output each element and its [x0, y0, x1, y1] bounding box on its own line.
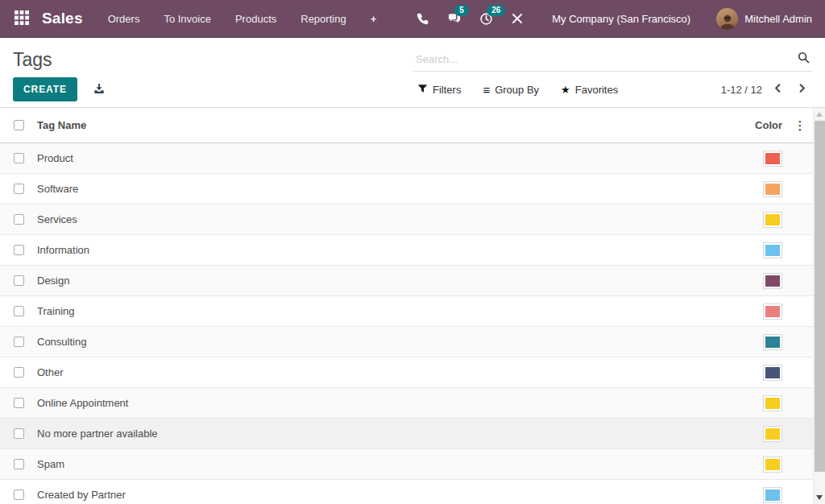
- scroll-down-button[interactable]: [814, 495, 825, 500]
- color-swatch[interactable]: [763, 426, 782, 442]
- row-checkbox[interactable]: [14, 428, 24, 439]
- table-row[interactable]: Information: [0, 235, 813, 266]
- plus-menu-button[interactable]: +: [359, 13, 389, 25]
- group-by-label: Group By: [495, 84, 539, 96]
- row-checkbox[interactable]: [14, 306, 24, 316]
- messages-button[interactable]: 5: [438, 7, 471, 31]
- pager: 1-12 / 12: [721, 81, 812, 97]
- odoo-window: Sales Orders To Invoice Products Reporti…: [0, 0, 825, 504]
- group-by-button[interactable]: ≡ Group By: [483, 84, 539, 96]
- color-swatch[interactable]: [763, 334, 782, 350]
- voip-phone-button[interactable]: [407, 7, 438, 31]
- main-menus: Orders To Invoice Products Reporting +: [96, 13, 389, 25]
- table-row[interactable]: Services: [0, 204, 813, 235]
- column-header-tag-name[interactable]: Tag Name: [37, 119, 736, 131]
- export-button[interactable]: [89, 79, 109, 101]
- row-checkbox[interactable]: [14, 245, 24, 255]
- user-avatar: [716, 8, 738, 30]
- color-swatch-fill: [765, 245, 780, 256]
- row-checkbox[interactable]: [14, 275, 24, 286]
- apps-menu-button[interactable]: [8, 6, 35, 31]
- menu-orders[interactable]: Orders: [96, 13, 152, 25]
- user-menu[interactable]: Mitchell Admin: [716, 8, 817, 30]
- color-swatch-fill: [765, 306, 780, 317]
- row-checkbox[interactable]: [14, 184, 24, 194]
- create-button[interactable]: CREATE: [13, 77, 77, 101]
- user-name: Mitchell Admin: [744, 13, 812, 25]
- search-button[interactable]: [797, 51, 810, 67]
- export-download-icon: [93, 82, 106, 97]
- color-swatch-fill: [765, 184, 780, 195]
- pager-next-button[interactable]: [794, 81, 810, 97]
- color-swatch[interactable]: [763, 456, 782, 473]
- row-checkbox[interactable]: [14, 367, 24, 378]
- vertical-scrollbar[interactable]: [813, 108, 825, 504]
- color-swatch[interactable]: [763, 151, 782, 167]
- optional-columns-button[interactable]: ⋮: [790, 118, 811, 133]
- table-row[interactable]: Consulting: [0, 327, 813, 357]
- color-swatch-fill: [765, 398, 780, 409]
- company-switcher[interactable]: My Company (San Francisco): [547, 12, 695, 26]
- tools-icon: [511, 12, 524, 25]
- color-swatch[interactable]: [763, 242, 782, 258]
- color-swatch[interactable]: [763, 487, 782, 503]
- color-swatch-fill: [765, 367, 780, 378]
- favorites-label: Favorites: [575, 84, 618, 96]
- activities-button[interactable]: 26: [471, 7, 502, 31]
- row-checkbox[interactable]: [14, 490, 24, 500]
- tag-name: No more partner available: [37, 428, 736, 440]
- color-swatch[interactable]: [763, 181, 782, 197]
- row-checkbox[interactable]: [14, 459, 24, 469]
- top-navbar: Sales Orders To Invoice Products Reporti…: [0, 0, 825, 38]
- color-swatch-fill: [765, 428, 780, 440]
- filter-funnel-icon: [417, 84, 428, 96]
- table-row[interactable]: Software: [0, 174, 813, 204]
- tag-name: Information: [37, 244, 736, 256]
- scroll-down-arrow-icon: [816, 495, 823, 500]
- chevron-right-icon: [797, 83, 807, 96]
- group-by-icon: ≡: [483, 84, 490, 96]
- navbar-systray: 5 26 My Company (San Francisco): [407, 7, 817, 31]
- tag-name: Product: [37, 152, 736, 164]
- scroll-up-button[interactable]: [814, 108, 825, 120]
- tag-name: Created by Partner: [37, 489, 736, 501]
- tag-name: Other: [37, 366, 736, 378]
- row-checkbox[interactable]: [14, 153, 24, 163]
- row-checkbox[interactable]: [14, 214, 24, 225]
- app-name[interactable]: Sales: [42, 10, 83, 27]
- tag-name: Training: [37, 305, 736, 317]
- scrollbar-thumb[interactable]: [815, 121, 825, 472]
- table-row[interactable]: Other: [0, 357, 813, 388]
- pager-range: 1-12 / 12: [721, 84, 762, 96]
- chevron-left-icon: [773, 83, 783, 96]
- filters-button[interactable]: Filters: [417, 84, 461, 96]
- row-checkbox[interactable]: [14, 398, 24, 408]
- color-swatch[interactable]: [763, 395, 782, 411]
- messages-count-badge: 5: [454, 5, 469, 16]
- table-row[interactable]: Created by Partner: [0, 480, 813, 504]
- menu-to-invoice[interactable]: To Invoice: [151, 13, 223, 25]
- menu-reporting[interactable]: Reporting: [288, 13, 358, 25]
- column-header-color[interactable]: Color: [736, 119, 787, 131]
- favorites-button[interactable]: ★ Favorites: [561, 84, 618, 96]
- table-row[interactable]: Product: [0, 143, 813, 174]
- select-all-checkbox[interactable]: [14, 120, 24, 130]
- color-swatch-fill: [765, 459, 780, 470]
- search-options: Filters ≡ Group By ★ Favorites: [417, 84, 618, 96]
- color-swatch[interactable]: [763, 304, 782, 320]
- color-swatch[interactable]: [763, 365, 782, 381]
- color-swatch[interactable]: [763, 212, 782, 228]
- pager-previous-button[interactable]: [769, 81, 786, 97]
- color-swatch-fill: [765, 214, 780, 225]
- table-row[interactable]: Spam: [0, 449, 813, 480]
- developer-tools-button[interactable]: [502, 7, 533, 30]
- table-row[interactable]: No more partner available: [0, 419, 813, 449]
- table-row[interactable]: Design: [0, 266, 813, 296]
- control-panel: Tags CREATE: [0, 38, 825, 108]
- table-row[interactable]: Training: [0, 296, 813, 327]
- search-input[interactable]: [414, 52, 797, 66]
- color-swatch[interactable]: [763, 273, 782, 289]
- table-row[interactable]: Online Appointment: [0, 388, 813, 419]
- row-checkbox[interactable]: [14, 337, 24, 347]
- menu-products[interactable]: Products: [223, 13, 288, 25]
